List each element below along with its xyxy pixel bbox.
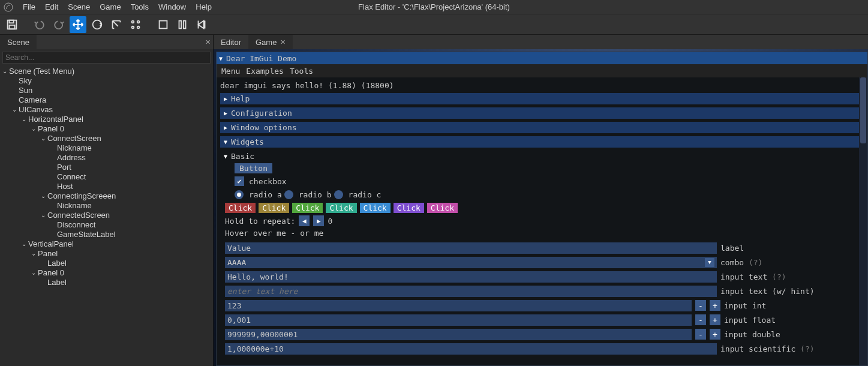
tree-item[interactable]: ⌄ConnectedScreen xyxy=(0,210,213,220)
radio-a[interactable] xyxy=(235,190,244,199)
tree-item[interactable]: Address xyxy=(0,152,213,162)
float-minus-button[interactable]: - xyxy=(695,314,706,325)
svg-rect-2 xyxy=(9,20,13,23)
tree-label: Address xyxy=(57,153,86,162)
tree-item[interactable]: Camera xyxy=(0,95,213,104)
input-text-widget[interactable] xyxy=(225,271,717,283)
tab-label: Game xyxy=(256,38,277,47)
search-input[interactable] xyxy=(2,52,211,64)
input-double-label: input double xyxy=(724,330,864,339)
tree-item[interactable]: ⌄Scene (Test Menu) xyxy=(0,66,213,76)
tree-item[interactable]: Label xyxy=(0,277,213,287)
button-widget[interactable]: Button xyxy=(235,163,272,173)
checkbox-widget[interactable]: ✔ xyxy=(235,176,244,186)
menu-scene[interactable]: Scene xyxy=(63,1,95,13)
editor-tab[interactable]: Editor xyxy=(214,35,248,49)
tree-item[interactable]: Disconnect xyxy=(0,220,213,229)
tree-item[interactable]: GameStateLabel xyxy=(0,229,213,239)
tree-item[interactable]: Nickname xyxy=(0,143,213,152)
svg-rect-10 xyxy=(179,20,182,28)
click-button-5[interactable]: Click xyxy=(394,203,424,213)
input-double-widget[interactable]: 999999,00000001 xyxy=(225,329,692,340)
close-icon: ✕ xyxy=(280,38,286,46)
stop-button[interactable] xyxy=(155,16,172,33)
tree-label: ConnectScreen xyxy=(47,134,101,143)
tree-item[interactable]: Host xyxy=(0,181,213,191)
translate-gizmo-button[interactable] xyxy=(70,16,86,33)
tree-item[interactable]: ⌄ConnectingScreeen xyxy=(0,191,213,200)
imgui-menu-tools[interactable]: Tools xyxy=(290,67,313,76)
scale-gizmo-button[interactable] xyxy=(108,16,125,33)
input-int-widget[interactable]: 123 xyxy=(225,300,692,311)
scrollbar-thumb[interactable] xyxy=(860,77,866,143)
tab-close-scene[interactable]: ✕ xyxy=(203,35,213,49)
svg-rect-3 xyxy=(9,25,14,28)
undo-button[interactable] xyxy=(31,16,48,33)
configuration-header[interactable]: ▶Configuration xyxy=(220,107,864,119)
value-header-cell: Value xyxy=(225,242,717,254)
repeat-label: Hold to repeat: xyxy=(225,217,295,226)
input-float-widget[interactable]: 0,001 xyxy=(225,314,692,326)
tree-item[interactable]: Sun xyxy=(0,85,213,95)
tree-item[interactable]: Port xyxy=(0,162,213,172)
menu-help[interactable]: Help xyxy=(191,1,217,13)
checkbox-label: checkbox xyxy=(249,177,287,186)
double-minus-button[interactable]: - xyxy=(695,329,706,340)
pause-button[interactable] xyxy=(174,16,191,33)
game-tab[interactable]: Game ✕ xyxy=(248,35,293,49)
double-plus-button[interactable]: + xyxy=(710,329,720,340)
click-button-1[interactable]: Click xyxy=(259,203,289,213)
header-label: Widgets xyxy=(231,137,264,146)
tree-item[interactable]: Connect xyxy=(0,172,213,181)
int-minus-button[interactable]: - xyxy=(695,300,706,311)
tree-item[interactable]: ⌄HorizontalPanel xyxy=(0,114,213,124)
tree-item[interactable]: ⌄UICanvas xyxy=(0,104,213,114)
radio-c[interactable] xyxy=(334,190,343,199)
menu-edit[interactable]: Edit xyxy=(40,1,63,13)
imgui-scrollbar[interactable] xyxy=(859,77,867,365)
tree-item[interactable]: ⌄VerticalPanel xyxy=(0,239,213,248)
imgui-titlebar[interactable]: ▼ Dear ImGui Demo xyxy=(217,52,867,64)
widgets-header[interactable]: ▼Widgets xyxy=(220,136,864,148)
float-plus-button[interactable]: + xyxy=(710,314,720,325)
menu-tools[interactable]: Tools xyxy=(126,1,154,13)
menu-game[interactable]: Game xyxy=(95,1,125,13)
basic-header[interactable]: ▼ Basic xyxy=(221,151,864,161)
tree-item[interactable]: Label xyxy=(0,258,213,268)
tree-item[interactable]: Sky xyxy=(0,76,213,85)
imgui-title-text: Dear ImGui Demo xyxy=(226,54,296,63)
snap-button[interactable] xyxy=(127,16,144,33)
tree-item[interactable]: Nickname xyxy=(0,200,213,210)
combo-widget[interactable]: AAAA ▼ xyxy=(225,257,717,268)
save-button[interactable] xyxy=(4,16,20,33)
repeat-left-button[interactable]: ◀ xyxy=(299,215,310,226)
radio-b[interactable] xyxy=(284,190,293,199)
input-sci-widget[interactable]: 1,000000e+10 xyxy=(225,343,717,355)
window-options-header[interactable]: ▶Window options xyxy=(220,122,864,133)
imgui-menu-examples[interactable]: Examples xyxy=(246,67,284,76)
expand-icon: ⌄ xyxy=(41,135,47,142)
tree-item[interactable]: ⌄Panel 0 xyxy=(0,268,213,277)
tree-item[interactable]: ⌄Panel xyxy=(0,248,213,258)
imgui-menu-menu[interactable]: Menu xyxy=(221,67,240,76)
click-button-0[interactable]: Click xyxy=(225,203,256,213)
step-button[interactable] xyxy=(193,16,210,33)
click-button-4[interactable]: Click xyxy=(360,203,391,213)
scene-tree[interactable]: ⌄Scene (Test Menu)SkySunCamera⌄UICanvas⌄… xyxy=(0,66,213,366)
redo-button[interactable] xyxy=(50,16,67,33)
tree-item[interactable]: ⌄Panel 0 xyxy=(0,124,213,133)
scene-tab[interactable]: Scene xyxy=(0,35,37,49)
game-viewport: ▼ Dear ImGui Demo Menu Examples Tools de… xyxy=(214,49,868,366)
radio-dot-icon xyxy=(237,193,241,197)
tree-item[interactable]: ⌄ConnectScreen xyxy=(0,133,213,143)
click-button-6[interactable]: Click xyxy=(427,203,458,213)
repeat-right-button[interactable]: ▶ xyxy=(313,215,324,226)
click-button-2[interactable]: Click xyxy=(292,203,323,213)
input-text-hint-widget[interactable] xyxy=(225,286,717,297)
rotate-gizmo-button[interactable] xyxy=(89,16,106,33)
menu-file[interactable]: File xyxy=(18,1,40,13)
click-button-3[interactable]: Click xyxy=(326,203,356,213)
int-plus-button[interactable]: + xyxy=(710,300,720,311)
menu-window[interactable]: Window xyxy=(154,1,191,13)
help-header[interactable]: ▶Help xyxy=(220,93,864,104)
